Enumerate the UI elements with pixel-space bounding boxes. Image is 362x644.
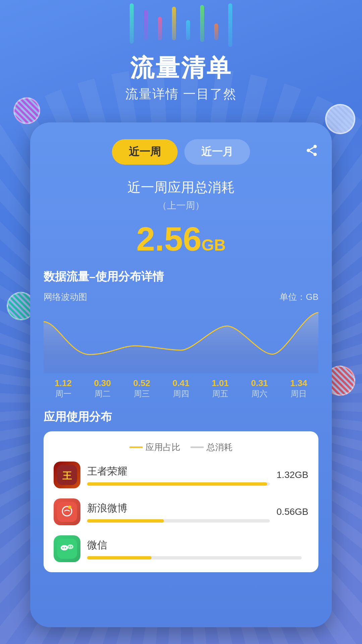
app-row-weibo: 新浪微博 0.56GB (54, 498, 308, 525)
chart-svg (44, 306, 318, 373)
chart-header: 网络波动图 单位：GB (44, 291, 318, 303)
chart-right-label: 单位：GB (280, 291, 318, 303)
decorative-ball-right-top (325, 104, 355, 134)
chart-label-sun: 1.34 周日 (279, 378, 318, 399)
bar-5 (186, 20, 190, 40)
app-name-wechat: 微信 (87, 538, 302, 552)
svg-point-1 (307, 149, 310, 152)
chart-container (44, 306, 318, 375)
svg-point-0 (313, 145, 317, 148)
app-icon-game: 王 (54, 462, 80, 488)
bar-2 (144, 10, 148, 40)
svg-line-4 (310, 147, 313, 150)
tab-row: 近一周 近一月 (44, 139, 318, 165)
app-info-wechat: 微信 (87, 538, 302, 559)
svg-point-15 (69, 546, 70, 547)
svg-text:王: 王 (62, 471, 72, 481)
legend-total: 总消耗 (190, 441, 233, 453)
svg-point-12 (67, 544, 73, 549)
app-info-weibo: 新浪微博 (87, 501, 270, 523)
svg-point-13 (62, 547, 64, 548)
svg-point-11 (61, 545, 68, 550)
app-icon-wechat (54, 535, 80, 562)
app-bars-game (87, 482, 270, 486)
tab-month[interactable]: 近一月 (184, 139, 250, 165)
chart-label-tue: 0.30 周二 (83, 378, 122, 399)
svg-rect-10 (57, 539, 77, 559)
app-size-weibo: 0.56GB (277, 506, 308, 517)
legend-row: 应用占比 总消耗 (54, 441, 308, 453)
chart-label-sat: 0.31 周六 (240, 378, 279, 399)
legend-gray-line (190, 446, 204, 448)
chart-label-wed: 0.52 周三 (122, 378, 161, 399)
legend-yellow-line (129, 446, 143, 448)
bar-6 (200, 5, 204, 42)
total-value: 2.56GB (44, 222, 318, 256)
svg-point-16 (71, 546, 72, 547)
period-sub: （上一周） (44, 199, 318, 212)
chart-line (44, 313, 318, 355)
page-title: 流量清单 (0, 52, 362, 84)
app-row-wechat: 微信 (54, 535, 308, 562)
chart-labels: 1.12 周一 0.30 周二 0.52 周三 0.41 周四 1.01 周五 … (44, 378, 318, 399)
chart-left-label: 网络波动图 (44, 291, 87, 303)
svg-rect-7 (57, 502, 77, 522)
app-bar-yellow-wechat (87, 556, 152, 559)
bar-1 (130, 3, 134, 44)
app-size-game: 1.32GB (277, 470, 308, 480)
period-title: 近一周应用总消耗 (44, 178, 318, 197)
decorative-bars-container (0, 0, 362, 54)
chart-label-mon: 1.12 周一 (44, 378, 83, 399)
bar-7 (214, 23, 218, 40)
app-section-title: 应用使用分布 (44, 409, 318, 425)
svg-rect-5 (57, 465, 77, 485)
chart-label-thu: 0.41 周四 (161, 378, 200, 399)
svg-point-14 (65, 547, 66, 548)
app-bars-wechat (87, 556, 302, 559)
bar-4 (172, 7, 176, 40)
app-bar-yellow-game (87, 482, 267, 486)
svg-point-2 (313, 153, 317, 156)
svg-point-8 (62, 506, 72, 516)
share-icon[interactable] (305, 144, 318, 160)
chart-section-title: 数据流量–使用分布详情 (44, 269, 318, 284)
legend-ratio: 应用占比 (129, 441, 180, 453)
page-subtitle: 流量详情 一目了然 (0, 86, 362, 103)
svg-point-9 (68, 505, 71, 509)
phone-card: 近一周 近一月 近一周应用总消耗 （上一周） 2.56GB 数据流量–使用分布详… (30, 122, 332, 627)
bar-8 (228, 3, 232, 47)
app-row-game: 王 王者荣耀 1.32GB (54, 462, 308, 488)
svg-line-3 (310, 151, 313, 154)
app-bars-weibo (87, 519, 270, 523)
app-name-weibo: 新浪微博 (87, 501, 270, 515)
tab-week[interactable]: 近一周 (112, 139, 178, 165)
chart-label-fri: 1.01 周五 (201, 378, 240, 399)
app-info-game: 王者荣耀 (87, 465, 270, 486)
chart-area (44, 313, 318, 373)
bar-3 (158, 17, 162, 40)
app-bar-yellow-weibo (87, 519, 164, 523)
app-usage-card: 应用占比 总消耗 王 王者荣耀 1.32GB (44, 431, 318, 572)
app-name-game: 王者荣耀 (87, 465, 270, 478)
app-icon-weibo (54, 498, 80, 525)
